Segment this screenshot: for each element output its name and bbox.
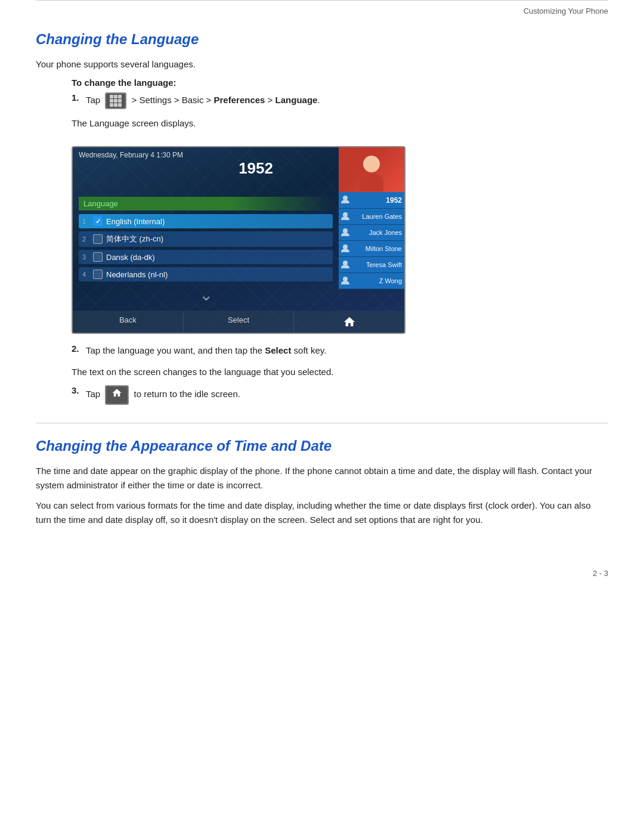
step2-num: 2. [72, 343, 86, 354]
step3-prefix: Tap [86, 389, 100, 399]
contact-icon-jack [341, 228, 352, 237]
grid-dot [110, 103, 113, 107]
subsection-label: To change the language: [72, 78, 608, 88]
phone-main-area: Language 1 English (Internal) 2 简体中文 (zh… [73, 192, 404, 311]
phone-datetime: Wednesday, February 4 1:30 PM [79, 151, 333, 159]
grid-dot [118, 95, 122, 98]
section2-title: Changing the Appearance of Time and Date [36, 438, 608, 454]
phone-softkey-bar: Back Select [73, 311, 404, 333]
step2-text: Tap the language you want, and then tap … [86, 345, 265, 355]
lang-checkbox-3 [93, 252, 103, 262]
step1-num: 1. [72, 92, 86, 103]
step3-content: Tap to return to the idle screen. [86, 385, 608, 405]
contact-icon-lauren [341, 212, 352, 221]
phone-screen-wrapper: Wednesday, February 4 1:30 PM 1952 [72, 146, 405, 334]
lang-num-1: 1 [82, 218, 91, 225]
step2-content: Tap the language you want, and then tap … [86, 343, 608, 358]
contact-teresa-name: Teresa Swift [366, 261, 402, 268]
contact-zwong-name: Z Wong [379, 277, 402, 284]
avatar-body [360, 174, 383, 191]
section2-para1: The time and date appear on the graphic … [36, 464, 608, 493]
softkey-select[interactable]: Select [184, 311, 295, 333]
lang-name-3: Dansk (da-dk) [106, 253, 155, 262]
lang-num-3: 3 [82, 253, 91, 261]
contact-jack-name: Jack Jones [369, 229, 402, 236]
section2-para2: You can select from various formats for … [36, 498, 608, 527]
contact-lauren-name: Lauren Gates [362, 213, 402, 220]
home-btn-icon[interactable] [105, 385, 129, 405]
step1: 1. Tap > Settings > Basic > Preferences … [72, 92, 608, 109]
lang-name-1: English (Internal) [106, 217, 165, 226]
step1-note: The Language screen displays. [72, 116, 608, 131]
lang-checkbox-2 [93, 234, 103, 244]
grid-dot [114, 103, 117, 107]
person-figure [360, 148, 383, 191]
phone-screen: Wednesday, February 4 1:30 PM 1952 [72, 146, 405, 334]
page-number: 2 - 3 [593, 569, 608, 578]
contact-icon-teresa [341, 260, 352, 270]
contact-icon-zwong [341, 276, 352, 286]
step3: 3. Tap to return to the idle screen. [72, 385, 608, 405]
step2-suffix: soft key. [291, 345, 326, 355]
page-header-text: Customizing Your Phone [524, 7, 608, 16]
step3-suffix: to return to the idle screen. [134, 389, 240, 399]
section1-intro: Your phone supports several languages. [36, 57, 608, 72]
grid-dot [114, 99, 117, 103]
svg-point-3 [343, 244, 348, 249]
phone-inner: Wednesday, February 4 1:30 PM 1952 [73, 147, 404, 333]
step2-note: The text on the screen changes to the la… [72, 365, 608, 379]
phone-extension: 1952 [79, 159, 333, 178]
home-icon-small [111, 388, 123, 398]
lang-header: Language [79, 197, 333, 210]
contact-jack[interactable]: Jack Jones [339, 225, 404, 241]
lang-item-2[interactable]: 2 简体中文 (zh-cn) [79, 231, 333, 247]
avatar-head [363, 156, 380, 172]
svg-point-1 [343, 212, 348, 217]
grid-dot [110, 95, 113, 98]
contact-self-name: 1952 [386, 196, 402, 205]
section1-title: Changing the Language [36, 31, 608, 48]
grid-dot [118, 103, 122, 107]
contact-lauren[interactable]: Lauren Gates [339, 209, 404, 225]
lang-num-4: 4 [82, 271, 91, 278]
lang-name-2: 简体中文 (zh-cn) [106, 234, 163, 244]
section-separator [36, 423, 608, 423]
contact-zwong[interactable]: Z Wong [339, 273, 404, 289]
step2-bold: Select [265, 345, 291, 355]
grid-dot [114, 95, 117, 98]
svg-point-0 [343, 196, 348, 200]
phone-right-sidebar: 1952 Lauren Gates [339, 192, 404, 311]
phone-avatar [339, 147, 404, 192]
svg-point-2 [343, 228, 348, 233]
contact-teresa[interactable]: Teresa Swift [339, 257, 404, 273]
settings-icon-button[interactable] [105, 92, 126, 109]
step3-num: 3. [72, 385, 86, 395]
grid-dot [118, 99, 122, 103]
softkey-home[interactable] [294, 311, 404, 333]
lang-name-4: Nederlands (nl-nl) [106, 270, 168, 279]
step1-content: Tap > Settings > Basic > Preferences > L… [86, 92, 608, 109]
lang-num-2: 2 [82, 236, 91, 243]
step2: 2. Tap the language you want, and then t… [72, 343, 608, 358]
grid-dot [110, 99, 113, 103]
lang-item-1[interactable]: 1 English (Internal) [79, 214, 333, 228]
step1-suffix: > Settings > Basic > Preferences > Langu… [132, 95, 320, 105]
down-arrow-icon: ⌄ [199, 287, 213, 304]
contact-icon-self [341, 195, 352, 205]
lang-item-4[interactable]: 4 Nederlands (nl-nl) [79, 267, 333, 281]
contact-milton-name: Milton Stone [366, 245, 402, 252]
step1-prefix: Tap [86, 95, 100, 105]
contact-milton[interactable]: Milton Stone [339, 241, 404, 257]
contact-self[interactable]: 1952 [339, 192, 404, 209]
home-icon [343, 315, 356, 329]
phone-content-area: Language 1 English (Internal) 2 简体中文 (zh… [73, 192, 339, 311]
grid-icon [110, 95, 122, 107]
lang-item-3[interactable]: 3 Dansk (da-dk) [79, 250, 333, 264]
page-footer: 2 - 3 [0, 557, 644, 584]
down-arrow-area: ⌄ [79, 284, 333, 306]
lang-checkbox-1 [93, 216, 103, 226]
contact-icon-milton [341, 244, 352, 253]
softkey-back[interactable]: Back [73, 311, 184, 333]
lang-checkbox-4 [93, 270, 103, 279]
svg-point-5 [343, 277, 348, 281]
